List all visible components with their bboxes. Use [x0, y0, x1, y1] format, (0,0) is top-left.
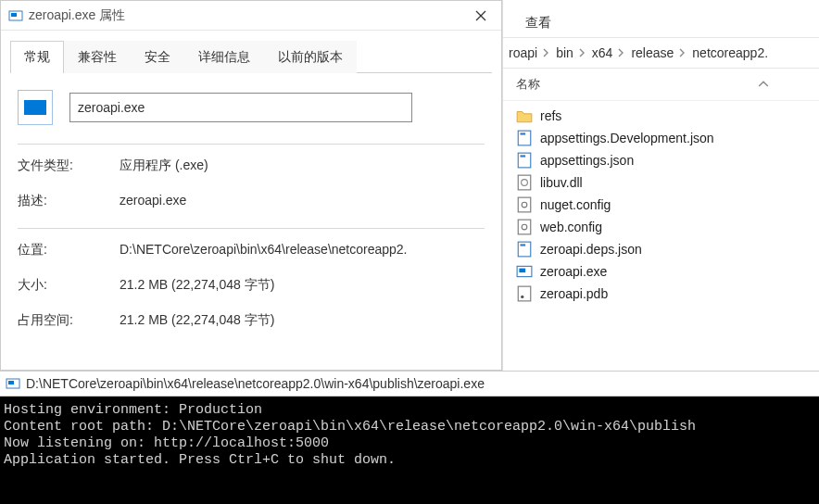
app-icon: [8, 8, 23, 23]
exe-icon: [516, 263, 533, 280]
filename-text: zeroapi.exe: [78, 100, 145, 115]
prop-label: 文件类型:: [18, 158, 120, 174]
console-titlebar[interactable]: D:\NETCore\zeroapi\bin\x64\release\netco…: [0, 371, 819, 397]
pdb-icon: [516, 285, 533, 302]
tab-security[interactable]: 安全: [131, 41, 184, 73]
properties-titlebar[interactable]: zeroapi.exe 属性: [1, 1, 501, 31]
dll-icon: [516, 174, 533, 191]
file-name: zeroapi.pdb: [540, 286, 608, 301]
file-list: refsappsettings.Development.jsonappsetti…: [503, 101, 819, 309]
svg-rect-5: [521, 132, 526, 134]
tab-details[interactable]: 详细信息: [184, 41, 264, 73]
file-name: web.config: [540, 220, 602, 234]
file-name: zeroapi.exe: [540, 264, 607, 279]
properties-body: zeroapi.exe 文件类型: 应用程序 (.exe) 描述: zeroap…: [1, 73, 501, 329]
prop-row-size-on-disk: 占用空间: 21.2 MB (22,274,048 字节): [18, 312, 485, 329]
prop-row-location: 位置: D:\NETCore\zeroapi\bin\x64\release\n…: [18, 242, 485, 258]
filename-input[interactable]: zeroapi.exe: [69, 93, 412, 122]
properties-dialog: zeroapi.exe 属性 常规 兼容性 安全 详细信息 以前的版本 zero…: [0, 0, 502, 371]
file-name: zeroapi.deps.json: [540, 242, 642, 257]
tab-compatibility[interactable]: 兼容性: [64, 41, 131, 73]
breadcrumb-item[interactable]: roapi: [509, 45, 537, 60]
breadcrumb-item[interactable]: bin: [556, 45, 573, 60]
file-row[interactable]: refs: [503, 105, 819, 127]
config-icon: [516, 196, 533, 213]
svg-rect-21: [8, 381, 14, 384]
file-name: appsettings.json: [540, 153, 634, 168]
file-row[interactable]: appsettings.Development.json: [503, 127, 819, 149]
file-row[interactable]: zeroapi.deps.json: [503, 238, 819, 260]
file-row[interactable]: libuv.dll: [503, 171, 819, 194]
prop-label: 占用空间:: [18, 312, 120, 329]
prop-label: 大小:: [18, 277, 120, 294]
console-title: D:\NETCore\zeroapi\bin\x64\release\netco…: [26, 376, 485, 391]
config-icon: [516, 219, 533, 235]
prop-row-description: 描述: zeroapi.exe: [18, 193, 485, 209]
breadcrumb-item[interactable]: release: [631, 45, 674, 60]
file-name: refs: [540, 108, 561, 123]
folder-icon: [516, 107, 533, 124]
explorer-window: 查看 roapi bin x64 release netcoreapp2. 名称…: [502, 0, 819, 371]
prop-label: 描述:: [18, 193, 120, 209]
properties-title: zeroapi.exe 属性: [29, 7, 125, 24]
prop-value: 21.2 MB (22,274,048 字节): [120, 312, 274, 329]
breadcrumb-item[interactable]: netcoreapp2.: [692, 45, 768, 60]
prop-row-size: 大小: 21.2 MB (22,274,048 字节): [18, 277, 485, 294]
svg-rect-1: [11, 13, 17, 17]
file-name: libuv.dll: [540, 175, 583, 190]
menu-view[interactable]: 查看: [516, 9, 561, 37]
file-row[interactable]: zeroapi.exe: [503, 260, 819, 283]
chevron-right-icon: [618, 48, 625, 57]
tab-general[interactable]: 常规: [10, 41, 64, 73]
breadcrumb[interactable]: roapi bin x64 release netcoreapp2.: [503, 37, 819, 69]
json-icon: [516, 241, 533, 258]
prop-value: D:\NETCore\zeroapi\bin\x64\release\netco…: [120, 242, 408, 258]
svg-rect-17: [519, 269, 525, 273]
json-icon: [516, 152, 533, 169]
prop-value: 应用程序 (.exe): [120, 158, 208, 174]
explorer-menu: 查看: [503, 0, 819, 37]
cmd-icon: [6, 376, 20, 391]
svg-rect-18: [518, 286, 531, 301]
sort-indicator-icon: [758, 81, 769, 87]
column-name[interactable]: 名称: [516, 76, 758, 93]
breadcrumb-item[interactable]: x64: [592, 45, 613, 60]
divider: [18, 228, 485, 229]
file-name: nuget.config: [540, 197, 611, 212]
console-window: D:\NETCore\zeroapi\bin\x64\release\netco…: [0, 371, 819, 504]
chevron-right-icon: [579, 48, 586, 57]
tab-previous-versions[interactable]: 以前的版本: [264, 41, 357, 73]
svg-rect-10: [518, 197, 531, 212]
properties-tabs: 常规 兼容性 安全 详细信息 以前的版本: [10, 40, 492, 73]
file-row[interactable]: web.config: [503, 216, 819, 238]
svg-rect-15: [521, 244, 526, 246]
chevron-right-icon: [679, 48, 687, 57]
json-icon: [516, 130, 533, 146]
file-row[interactable]: nuget.config: [503, 194, 819, 216]
svg-point-19: [521, 296, 523, 298]
svg-rect-12: [518, 220, 531, 234]
svg-rect-7: [521, 155, 526, 157]
file-row[interactable]: zeroapi.pdb: [503, 283, 819, 305]
divider: [18, 144, 485, 145]
file-row[interactable]: appsettings.json: [503, 149, 819, 171]
prop-label: 位置:: [18, 242, 120, 258]
filelist-header[interactable]: 名称: [503, 69, 819, 101]
prop-value: zeroapi.exe: [120, 193, 186, 209]
prop-value: 21.2 MB (22,274,048 字节): [120, 277, 274, 294]
console-output[interactable]: Hosting environment: Production Content …: [0, 397, 819, 474]
svg-rect-8: [518, 175, 531, 190]
chevron-right-icon: [543, 48, 550, 57]
file-name: appsettings.Development.json: [540, 131, 714, 145]
file-icon-large: [18, 90, 53, 125]
prop-row-filetype: 文件类型: 应用程序 (.exe): [18, 158, 485, 174]
close-button[interactable]: [460, 1, 501, 31]
